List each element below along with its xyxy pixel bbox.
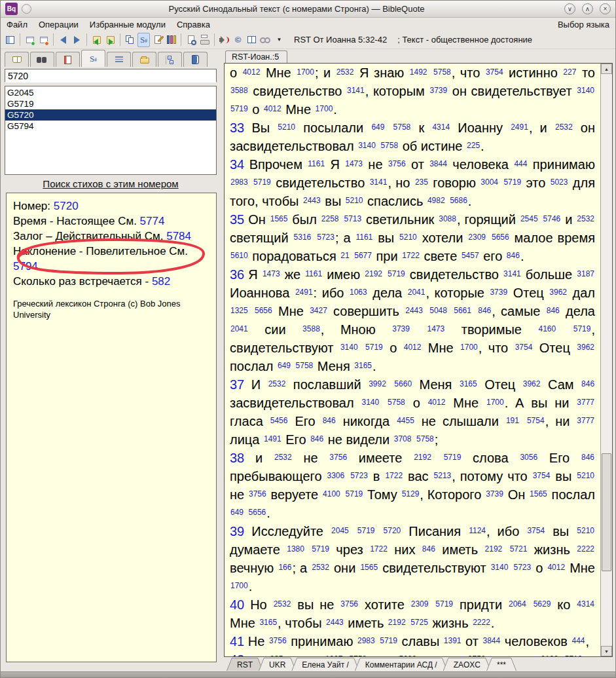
tab-books[interactable] <box>5 52 29 67</box>
strongs-number-link[interactable]: 3141 <box>347 86 365 95</box>
strongs-number-link[interactable]: 3756 <box>329 453 347 462</box>
strongs-number-link[interactable]: 5719 <box>388 269 405 278</box>
strongs-number-link[interactable]: 5677 <box>354 251 372 260</box>
strongs-number-link[interactable]: 1700 <box>230 581 248 590</box>
strongs-number-link[interactable]: 3844 <box>429 159 447 168</box>
strongs-number-link[interactable]: 3140 <box>491 563 509 572</box>
strongs-number-link[interactable]: 1063 <box>350 288 367 297</box>
strongs-number-link[interactable]: 5719 <box>312 544 329 554</box>
scrollbar-thumb[interactable] <box>602 453 611 571</box>
strongs-number-link[interactable]: 5719 <box>230 104 248 113</box>
strongs-number-link[interactable]: 3141 <box>503 269 521 278</box>
strongs-number-link[interactable]: 3756 <box>468 654 486 656</box>
tab-settings-tree[interactable]: ++ <box>158 52 182 67</box>
strongs-number-link[interactable]: 3588 <box>302 324 320 333</box>
strongs-number-link[interactable]: 2222 <box>473 618 490 627</box>
strongs-number-link[interactable]: 2192 <box>541 654 558 656</box>
strongs-number-link[interactable]: 846 <box>478 306 491 315</box>
strongs-number-link[interactable]: 3754 <box>533 471 551 480</box>
strongs-number-link[interactable]: 3140 <box>358 141 376 150</box>
strongs-number-link[interactable]: 846 <box>422 544 435 554</box>
strongs-number-link[interactable]: 5719 <box>365 343 383 352</box>
strongs-number-link[interactable]: 5723 <box>513 563 531 572</box>
strongs-number-link[interactable]: 5723 <box>350 471 368 480</box>
strongs-number-link[interactable]: 5719 <box>503 178 521 187</box>
strongs-number-link[interactable]: 4314 <box>577 599 594 609</box>
module-tab-еленауайт[interactable]: Елена Уайт / <box>291 658 359 671</box>
window-menu-button[interactable] <box>22 4 31 14</box>
tab-folders[interactable] <box>132 52 156 67</box>
scroll-up-icon[interactable]: ▲ <box>601 64 612 74</box>
strongs-number-link[interactable]: 846 <box>323 416 336 425</box>
strongs-number-link[interactable]: 1097 <box>325 654 343 656</box>
strongs-number-link[interactable]: 4012 <box>428 398 446 407</box>
vertical-scrollbar[interactable]: ▲ ▼ <box>600 64 612 656</box>
strongs-number-link[interactable]: 5719 <box>357 526 375 535</box>
strongs-number-link[interactable]: 4982 <box>427 196 445 205</box>
list-item[interactable]: G5719 <box>5 98 216 109</box>
strongs-number-link[interactable]: 5210 <box>346 196 363 205</box>
strongs-number-link[interactable]: 191 <box>506 416 519 425</box>
strongs-number-link[interactable]: 5721 <box>510 544 528 554</box>
close-button[interactable]: × <box>600 3 611 14</box>
strongs-number-link[interactable]: 2532 <box>555 122 573 132</box>
strongs-number-link[interactable]: 2309 <box>411 599 429 609</box>
strongs-number-link[interactable]: 1565 <box>360 563 378 572</box>
strongs-number-link[interactable]: 5629 <box>534 599 551 609</box>
copyright-info-icon[interactable]: © <box>232 33 244 47</box>
strongs-number-link[interactable]: 5661 <box>454 306 471 315</box>
strongs-number-link[interactable]: 4012 <box>243 67 261 77</box>
strongs-number-link[interactable]: 1700 <box>460 343 478 352</box>
strongs-number-link[interactable]: 444 <box>571 636 585 645</box>
verse-number[interactable]: 34 <box>230 157 244 172</box>
strongs-number-link[interactable]: 235 <box>270 654 283 656</box>
module-tab-комментарииасд[interactable]: Комментарии АСД / <box>355 658 448 671</box>
edit-text-icon[interactable] <box>151 33 164 47</box>
strongs-number-link[interactable]: 2192 <box>365 269 382 278</box>
strongs-number-link[interactable]: 3777 <box>577 398 594 407</box>
verse-number[interactable]: 36 <box>230 267 244 282</box>
menu-избранные-модули[interactable]: Избранные модули <box>90 20 166 29</box>
tab-search[interactable] <box>30 52 54 67</box>
strongs-number-link[interactable]: 5758 <box>380 141 398 150</box>
strongs-number-link[interactable]: 1722 <box>385 471 403 480</box>
strongs-number-link[interactable]: 2192 <box>388 618 406 627</box>
strongs-number-link[interactable]: 3962 <box>523 379 541 388</box>
strongs-number-link[interactable]: 5719 <box>346 489 363 499</box>
strongs-number-link[interactable]: 2258 <box>321 214 339 223</box>
strongs-number-link[interactable]: 1473 <box>345 159 363 168</box>
module-tab-zaoxc[interactable]: ZAOXC <box>443 658 491 671</box>
list-item[interactable]: G2045 <box>5 87 216 98</box>
strongs-number-link[interactable]: 1473 <box>263 269 280 278</box>
strongs-number-link[interactable]: 5758 <box>393 122 411 132</box>
strongs-number-link[interactable]: 5210 <box>577 526 594 535</box>
strongs-number-link[interactable]: 235 <box>415 178 428 187</box>
strongs-number-link[interactable]: 3165 <box>354 361 372 370</box>
strongs-number-link[interactable]: 2532 <box>312 563 329 572</box>
strongs-number-link[interactable]: 3754 <box>515 343 533 352</box>
close-window-icon[interactable] <box>37 33 50 47</box>
strongs-number-link[interactable]: 1700 <box>316 104 333 113</box>
strongs-number-link[interactable]: 5719 <box>380 636 397 645</box>
strongs-number-link[interactable]: 3739 <box>486 489 503 499</box>
strongs-number-link[interactable]: 2064 <box>509 599 526 609</box>
strongs-number-link[interactable]: 3844 <box>483 636 501 645</box>
add-window-icon[interactable] <box>24 33 36 47</box>
verse-number[interactable]: 41 <box>230 634 244 649</box>
tab-bookmarks[interactable] <box>56 52 80 67</box>
next-chapter-icon[interactable] <box>104 33 117 47</box>
strongs-number-link[interactable]: 3140 <box>340 343 358 352</box>
strongs-number-link[interactable]: 2532 <box>274 599 291 609</box>
strongs-number-link[interactable]: 5456 <box>270 416 288 425</box>
strongs-number-link[interactable]: 3992 <box>369 379 386 388</box>
strongs-number-link[interactable]: 4100 <box>323 489 340 499</box>
strongs-number-link[interactable]: 5610 <box>230 251 248 260</box>
strongs-number-link[interactable]: 5719 <box>565 654 583 656</box>
strongs-number-link[interactable]: 3777 <box>577 416 594 425</box>
strongs-number-link[interactable]: 3962 <box>549 288 567 297</box>
strongs-number-link[interactable]: 2041 <box>408 288 426 297</box>
strongs-number-link[interactable]: 5758 <box>296 361 314 370</box>
verse-number[interactable]: 40 <box>230 597 244 612</box>
strongs-number-link[interactable]: 3056 <box>520 453 537 462</box>
strongs-number-link[interactable]: 5758 <box>388 398 405 407</box>
